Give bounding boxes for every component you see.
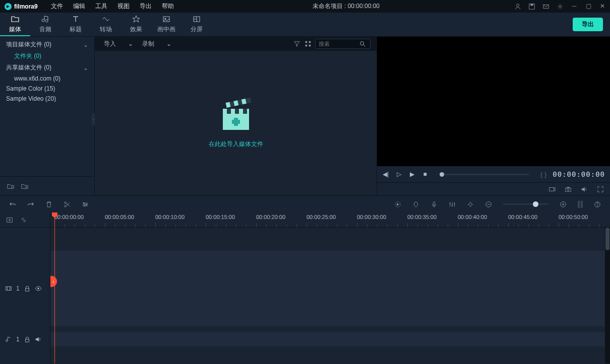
- menu-view[interactable]: 视图: [113, 1, 134, 12]
- svg-rect-56: [25, 339, 29, 342]
- svg-point-55: [37, 287, 39, 289]
- snapshot-icon[interactable]: [565, 185, 572, 193]
- render-icon[interactable]: [394, 200, 401, 208]
- redo-button[interactable]: [27, 200, 34, 208]
- export-button[interactable]: 导出: [573, 18, 603, 31]
- playhead[interactable]: [54, 212, 55, 363]
- stop-button[interactable]: ■: [421, 171, 429, 178]
- search-icon[interactable]: [359, 40, 366, 48]
- record-dropdown[interactable]: 录制⌄: [139, 39, 174, 49]
- zoom-fit-icon[interactable]: [578, 201, 583, 208]
- fullscreen-icon[interactable]: [597, 185, 604, 193]
- menu-help[interactable]: 帮助: [158, 1, 178, 12]
- svg-point-15: [360, 42, 364, 45]
- tab-effects[interactable]: 效果: [121, 13, 151, 36]
- timeline-toolbar: [0, 195, 610, 212]
- lock-icon[interactable]: [24, 285, 31, 292]
- lock-icon[interactable]: [24, 336, 31, 343]
- quality-icon[interactable]: [548, 185, 556, 193]
- zoom-in-button[interactable]: [560, 200, 567, 208]
- svg-rect-51: [6, 287, 12, 290]
- import-dropdown[interactable]: 导入⌄: [101, 39, 136, 49]
- speaker-icon[interactable]: [35, 336, 42, 343]
- tab-pip-label: 画中画: [157, 25, 175, 34]
- help-icon[interactable]: [594, 200, 601, 208]
- tab-media[interactable]: 媒体: [0, 13, 30, 36]
- tree-folder[interactable]: 文件夹 (0): [0, 50, 94, 62]
- svg-rect-12: [309, 41, 311, 43]
- voiceover-icon[interactable]: [431, 200, 438, 208]
- marker-icon[interactable]: [412, 200, 419, 208]
- timeline-vscroll[interactable]: [605, 228, 610, 363]
- media-drop-zone[interactable]: 在此处导入媒体文件: [95, 51, 377, 195]
- tree-shared-media[interactable]: 共享媒体文件 (0)⌄: [0, 62, 94, 74]
- ruler-label: 00:00:20:00: [256, 214, 285, 220]
- app-logo: filmora9: [4, 3, 38, 11]
- link-icon[interactable]: [20, 216, 27, 224]
- preview-panel: ◀| ▷ ▶ ■ { } 00:00:00:00: [377, 37, 610, 195]
- search-input[interactable]: [319, 41, 359, 47]
- svg-rect-22: [223, 109, 227, 114]
- filter-icon[interactable]: [293, 40, 301, 48]
- music-note-icon: [5, 336, 12, 343]
- settings-icon[interactable]: [557, 3, 564, 10]
- audio-track-lane[interactable]: [50, 332, 605, 346]
- video-track-lane[interactable]: [50, 251, 605, 326]
- audio-track-number: 1: [16, 336, 20, 343]
- new-folder-icon[interactable]: [7, 182, 14, 190]
- zoom-slider[interactable]: [503, 203, 548, 205]
- preview-footer: [377, 182, 610, 195]
- video-track-header[interactable]: 1: [0, 251, 50, 326]
- tree-sample-color[interactable]: Sample Color (15): [0, 84, 94, 94]
- svg-point-35: [83, 202, 85, 204]
- delete-button[interactable]: [45, 200, 52, 208]
- undo-button[interactable]: [9, 200, 16, 208]
- crop-icon[interactable]: [467, 200, 474, 208]
- scrollbar-thumb[interactable]: [605, 228, 609, 250]
- audio-track-header[interactable]: 1: [0, 332, 50, 346]
- volume-icon[interactable]: [581, 185, 588, 193]
- play-button[interactable]: ▷: [395, 171, 402, 178]
- tab-audio[interactable]: 音频: [30, 13, 60, 36]
- save-icon[interactable]: [528, 3, 535, 10]
- zoom-out-button[interactable]: [485, 200, 492, 208]
- close-button[interactable]: ✕: [599, 3, 606, 10]
- menu-export[interactable]: 导出: [136, 1, 156, 12]
- svg-point-34: [65, 205, 67, 207]
- menu-file[interactable]: 文件: [47, 1, 67, 12]
- account-icon[interactable]: [514, 3, 521, 10]
- delete-folder-icon[interactable]: [21, 182, 28, 190]
- prev-frame-button[interactable]: ◀|: [382, 171, 389, 178]
- mail-icon[interactable]: [542, 3, 550, 10]
- ruler-label: 00:00:05:00: [105, 214, 134, 220]
- tool-tabs: 媒体 音频 标题 转场 效果 画中画 分屏 导出: [0, 13, 610, 37]
- sidebar-collapse-handle[interactable]: ‹: [92, 113, 95, 125]
- svg-point-37: [84, 205, 86, 206]
- eye-icon[interactable]: [35, 285, 42, 292]
- audio-mixer-icon[interactable]: [449, 200, 456, 208]
- tree-sample-video[interactable]: Sample Video (20): [0, 94, 94, 104]
- tree-www[interactable]: www.x6d.com (0): [0, 74, 94, 84]
- maximize-button[interactable]: ▢: [585, 3, 592, 10]
- search-box[interactable]: [315, 39, 371, 49]
- timeline-ruler[interactable]: 00:00:00:0000:00:05:0000:00:10:0000:00:1…: [50, 212, 610, 228]
- tab-transition[interactable]: 转场: [91, 13, 121, 36]
- timeline-body[interactable]: 00:00:00:0000:00:05:0000:00:10:0000:00:1…: [50, 212, 610, 363]
- add-track-icon[interactable]: [6, 216, 13, 224]
- tab-media-label: 媒体: [9, 25, 21, 34]
- menu-edit[interactable]: 编辑: [69, 1, 89, 12]
- split-button[interactable]: [64, 200, 71, 208]
- chevron-down-icon: ⌄: [83, 64, 88, 71]
- menu-tools[interactable]: 工具: [91, 1, 111, 12]
- mark-range-icon[interactable]: { }: [540, 171, 546, 178]
- tab-pip[interactable]: 画中画: [151, 13, 181, 36]
- tab-split[interactable]: 分屏: [181, 13, 212, 36]
- edit-button[interactable]: [82, 200, 89, 208]
- tab-title[interactable]: 标题: [60, 13, 91, 36]
- minimize-button[interactable]: ─: [571, 3, 578, 10]
- grid-view-icon[interactable]: [304, 40, 312, 48]
- tree-project-media[interactable]: 项目媒体文件 (0)⌄: [0, 39, 94, 50]
- preview-viewport[interactable]: [377, 37, 610, 166]
- preview-scrubber[interactable]: [440, 174, 529, 175]
- play-forward-button[interactable]: ▶: [408, 171, 415, 178]
